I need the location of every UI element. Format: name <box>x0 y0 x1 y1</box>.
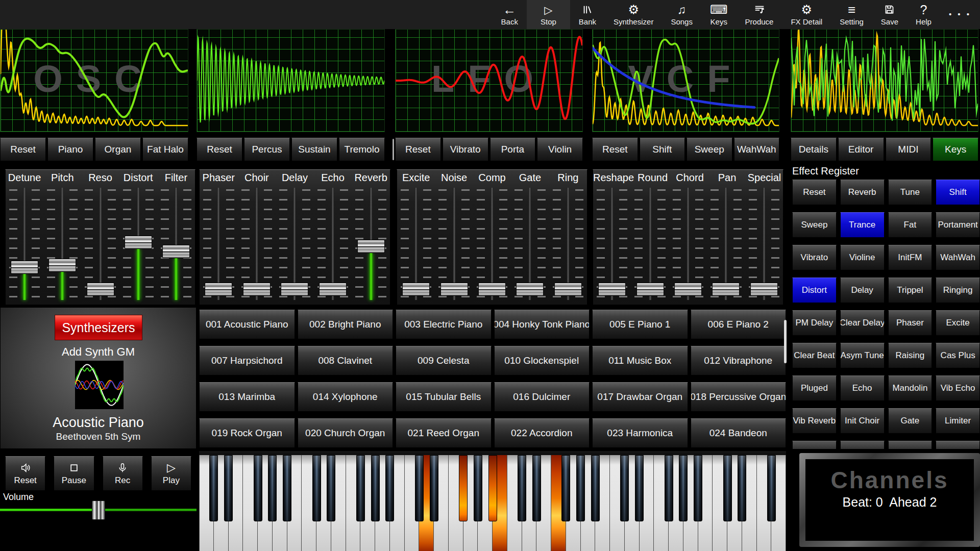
instrument-022-button[interactable]: 022 Accordion <box>494 418 590 448</box>
fx-empty-button[interactable] <box>792 441 837 449</box>
fx-initfm-button[interactable]: InitFM <box>888 245 933 270</box>
fx-mandolin-button[interactable]: Mandolin <box>888 375 933 401</box>
reset-button[interactable]: Reset <box>0 138 46 161</box>
slider-handle[interactable] <box>674 283 702 296</box>
pause-transport-button[interactable]: Pause <box>54 456 94 491</box>
instrument-008-button[interactable]: 008 Clavinet <box>298 346 394 375</box>
slider-handle[interactable] <box>712 283 740 296</box>
black-key-after-white-22[interactable] <box>532 455 541 521</box>
instrument-007-button[interactable]: 007 Harpsichord <box>199 346 295 375</box>
toolbar-bank-button[interactable]: Bank <box>570 0 605 29</box>
instrument-011-button[interactable]: 011 Music Box <box>592 346 688 375</box>
special-slider[interactable] <box>745 185 783 305</box>
instrument-020-button[interactable]: 020 Church Organ <box>298 418 394 448</box>
slider-handle[interactable] <box>243 283 271 296</box>
reshape-slider[interactable] <box>593 185 631 305</box>
slider-handle[interactable] <box>440 283 468 296</box>
fx-ringing-button[interactable]: Ringing <box>936 278 980 303</box>
black-key-after-white-7[interactable] <box>312 455 321 521</box>
tremolo-button[interactable]: Tremolo <box>339 138 385 161</box>
fx-portament-button[interactable]: Portament <box>936 212 980 238</box>
wahwah-button[interactable]: WahWah <box>734 138 780 161</box>
reverb-slider[interactable] <box>352 185 390 305</box>
fx-reset-button[interactable]: Reset <box>792 180 837 205</box>
black-key-after-white-14[interactable] <box>415 455 424 521</box>
reset-button[interactable]: Reset <box>592 138 638 161</box>
instrument-021-button[interactable]: 021 Reed Organ <box>396 418 492 448</box>
black-key-after-white-8[interactable] <box>327 455 335 521</box>
instrument-001-button[interactable]: 001 Acoustic Piano <box>199 310 295 339</box>
black-key-after-white-38[interactable] <box>767 455 776 521</box>
slider-handle[interactable] <box>319 283 347 296</box>
slider-handle[interactable] <box>750 283 778 296</box>
reset-button[interactable]: Reset <box>197 138 242 161</box>
piano-button[interactable]: Piano <box>47 138 93 161</box>
sustain-button[interactable]: Sustain <box>291 138 337 161</box>
filter-slider[interactable] <box>157 185 195 305</box>
black-key-after-white-17[interactable] <box>459 455 468 521</box>
fx-pluged-button[interactable]: Pluged <box>792 375 837 401</box>
volume-track-right[interactable] <box>105 509 197 511</box>
toolbar-keys-button[interactable]: ⌨Keys <box>701 0 737 29</box>
slider-handle[interactable] <box>205 283 232 296</box>
midi-button[interactable]: MIDI <box>886 138 932 161</box>
fx-asym-tune-button[interactable]: Asym Tune <box>840 343 885 368</box>
reset-button[interactable]: Reset <box>395 138 441 161</box>
toolbar-stop-button[interactable]: ▷Stop <box>527 0 570 29</box>
vibrato-button[interactable]: Vibrato <box>443 138 488 161</box>
black-key-after-white-3[interactable] <box>254 455 262 521</box>
fat-halo-button[interactable]: Fat Halo <box>142 138 188 161</box>
black-key-after-white-1[interactable] <box>224 455 233 521</box>
instrument-015-button[interactable]: 015 Tubular Bells <box>396 382 492 412</box>
slider-handle[interactable] <box>478 283 506 296</box>
toolbar-synthesizer-button[interactable]: ⚙Synthesizer <box>605 0 662 29</box>
fx-empty-button[interactable] <box>840 441 885 449</box>
black-key-after-white-25[interactable] <box>576 455 585 521</box>
instrument-018-button[interactable]: 018 Percussive Organ <box>691 382 787 412</box>
synthesizers-category-button[interactable]: Synthesizers <box>55 315 142 340</box>
fx-clear-beat-button[interactable]: Clear Beat <box>792 343 837 368</box>
fx-gate-button[interactable]: Gate <box>888 408 933 434</box>
reso-slider[interactable] <box>81 185 119 305</box>
details-button[interactable]: Details <box>791 138 837 161</box>
instrument-017-button[interactable]: 017 Drawbar Organ <box>592 382 688 412</box>
chord-slider[interactable] <box>669 185 707 305</box>
fx-tune-button[interactable]: Tune <box>888 180 933 205</box>
slider-handle[interactable] <box>516 283 544 296</box>
slider-handle[interactable] <box>598 283 626 296</box>
instrument-014-button[interactable]: 014 Xylophone <box>298 382 394 412</box>
phaser-slider[interactable] <box>200 185 238 305</box>
black-key-after-white-26[interactable] <box>591 455 600 521</box>
reset-transport-button[interactable]: Reset <box>5 456 45 491</box>
volume-slider-handle[interactable] <box>92 500 105 520</box>
fx-delay-button[interactable]: Delay <box>840 278 885 303</box>
slider-handle[interactable] <box>162 245 190 258</box>
keys-button[interactable]: Keys <box>933 138 978 161</box>
rec-transport-button[interactable]: Rec <box>103 456 143 491</box>
ring-slider[interactable] <box>549 185 587 305</box>
round-slider[interactable] <box>631 185 669 305</box>
instrument-010-button[interactable]: 010 Glockenspiel <box>494 346 590 375</box>
instrument-006-button[interactable]: 006 E Piano 2 <box>691 310 787 339</box>
instrument-019-button[interactable]: 019 Rock Organ <box>199 418 295 448</box>
instrument-009-button[interactable]: 009 Celesta <box>396 346 492 375</box>
fx-reverb-button[interactable]: Reverb <box>840 180 885 205</box>
black-key-after-white-36[interactable] <box>738 455 746 521</box>
black-key-after-white-10[interactable] <box>356 455 365 521</box>
slider-handle[interactable] <box>125 236 152 249</box>
black-key-after-white-12[interactable] <box>385 455 394 521</box>
percus-button[interactable]: Percus <box>244 138 290 161</box>
fx-wahwah-button[interactable]: WahWah <box>936 245 980 270</box>
fx-cas-plus-button[interactable]: Cas Plus <box>936 343 980 368</box>
play-transport-button[interactable]: ▷Play <box>151 456 191 491</box>
instrument-002-button[interactable]: 002 Bright Piano <box>298 310 394 339</box>
fx-init-choir-button[interactable]: Init Choir <box>840 408 885 434</box>
black-key-after-white-35[interactable] <box>723 455 732 521</box>
black-key-after-white-28[interactable] <box>620 455 629 521</box>
instrument-005-button[interactable]: 005 E Piano 1 <box>592 310 688 339</box>
fx-trippel-button[interactable]: Trippel <box>888 278 933 303</box>
distort-slider[interactable] <box>119 185 157 305</box>
fx-sweep-button[interactable]: Sweep <box>792 212 837 238</box>
choir-slider[interactable] <box>238 185 276 305</box>
slider-handle[interactable] <box>636 283 664 296</box>
